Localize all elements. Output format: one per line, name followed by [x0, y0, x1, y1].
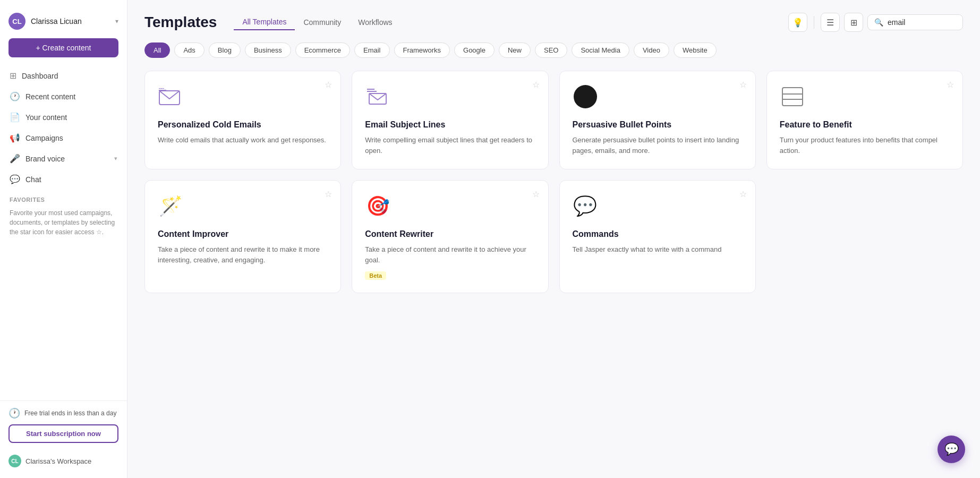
subscribe-button[interactable]: Start subscription now — [8, 424, 118, 443]
list-icon: ☰ — [826, 18, 834, 28]
tab-community[interactable]: Community — [295, 15, 350, 30]
chat-fab-button[interactable]: 💬 — [938, 436, 965, 463]
favorites-section-label: Favorites — [4, 190, 123, 205]
filter-row: All Ads Blog Business Ecommerce Email Fr… — [144, 42, 963, 58]
sidebar-item-label: Campaigns — [25, 134, 63, 142]
template-title: Commands — [573, 229, 743, 239]
workspace-row[interactable]: CL Clarissa's Workspace — [0, 449, 127, 470]
template-description: Take a piece of content and rewrite it t… — [365, 244, 535, 266]
favorite-star-icon[interactable]: ☆ — [325, 189, 332, 199]
tab-workflows[interactable]: Workflows — [350, 15, 400, 30]
sidebar-item-recent[interactable]: 🕐 Recent content — [4, 87, 123, 106]
template-card-feature-to-benefit[interactable]: ☆ Feature to Benefit Turn your product f… — [766, 71, 963, 169]
chat-bubble-icon: 💬 — [573, 195, 597, 217]
template-icon: 💬 — [573, 193, 598, 219]
template-title: Persuasive Bullet Points — [573, 120, 743, 130]
filter-new[interactable]: New — [499, 42, 531, 58]
workspace-name: Clarissa's Workspace — [25, 457, 91, 465]
sidebar-bottom: 🕐 Free trial ends in less than a day Sta… — [0, 400, 127, 449]
sidebar-item-label: Your content — [25, 113, 67, 122]
template-description: Take a piece of content and rewrite it t… — [158, 244, 328, 266]
chevron-down-icon: ▾ — [114, 155, 117, 162]
filter-seo[interactable]: SEO — [535, 42, 567, 58]
template-card-email-subject-lines[interactable]: ☆ Email Subject Lines Write compelling e… — [352, 71, 548, 169]
favorite-star-icon[interactable]: ☆ — [739, 80, 747, 90]
template-description: Generate persuasive bullet points to ins… — [573, 135, 743, 156]
templates-grid: ☆ Personalized Cold Emails Write cold em… — [144, 71, 963, 293]
filter-all[interactable]: All — [144, 42, 170, 58]
tab-all-templates[interactable]: All Templates — [234, 14, 295, 30]
sidebar-item-campaigns[interactable]: 📢 Campaigns — [4, 128, 123, 148]
brand-voice-icon: 🎤 — [10, 153, 20, 164]
trial-notice: 🕐 Free trial ends in less than a day — [8, 407, 118, 419]
favorite-star-icon[interactable]: ☆ — [532, 189, 540, 199]
campaigns-icon: 📢 — [10, 133, 20, 143]
filter-google[interactable]: Google — [454, 42, 495, 58]
beta-badge: Beta — [365, 271, 386, 280]
sidebar-item-label: Recent content — [25, 92, 75, 101]
main-content: Templates All Templates Community Workfl… — [127, 0, 980, 478]
filter-ads[interactable]: Ads — [174, 42, 204, 58]
template-card-commands[interactable]: ☆ 💬 Commands Tell Jasper exactly what to… — [559, 180, 756, 293]
grid-view-button[interactable]: ⊞ — [844, 13, 863, 32]
template-description: Tell Jasper exactly what to write with a… — [573, 244, 743, 255]
search-bar: 🔍 — [867, 14, 963, 30]
workspace-avatar: CL — [8, 455, 21, 467]
magic-wand-icon: 🪄 — [159, 195, 183, 217]
template-description: Write cold emails that actually work and… — [158, 135, 328, 146]
template-icon — [365, 84, 390, 109]
clock-icon: 🕐 — [10, 91, 20, 101]
target-icon: 🎯 — [366, 195, 390, 217]
filter-frameworks[interactable]: Frameworks — [394, 42, 450, 58]
filter-email[interactable]: Email — [354, 42, 390, 58]
favorite-star-icon[interactable]: ☆ — [739, 189, 747, 199]
page-title: Templates — [144, 14, 217, 31]
filter-blog[interactable]: Blog — [209, 42, 241, 58]
filter-website[interactable]: Website — [674, 42, 717, 58]
header-right: 💡 ☰ ⊞ 🔍 — [788, 13, 963, 32]
sidebar-nav: ⊞ Dashboard 🕐 Recent content 📄 Your cont… — [0, 66, 127, 400]
sidebar-item-label: Brand voice — [25, 155, 65, 163]
username: Clarissa Licuan — [31, 17, 110, 25]
template-icon — [573, 84, 598, 109]
sidebar-item-brand-voice[interactable]: 🎤 Brand voice ▾ — [4, 149, 123, 168]
template-title: Email Subject Lines — [365, 120, 535, 130]
search-input[interactable] — [888, 18, 951, 27]
user-menu[interactable]: CL Clarissa Licuan ▾ — [0, 8, 127, 38]
sidebar-item-your-content[interactable]: 📄 Your content — [4, 107, 123, 127]
template-card-persuasive-bullet-points[interactable]: ☆ Persuasive Bullet Points Generate pers… — [559, 71, 756, 169]
template-card-personalized-cold-emails[interactable]: ☆ Personalized Cold Emails Write cold em… — [144, 71, 341, 169]
template-title: Personalized Cold Emails — [158, 120, 328, 130]
sidebar-item-label: Chat — [25, 175, 41, 184]
template-title: Content Rewriter — [365, 229, 535, 239]
template-icon — [158, 84, 183, 109]
favorites-hint-text: Favorite your most used campaigns, docum… — [4, 205, 123, 241]
favorite-star-icon[interactable]: ☆ — [532, 80, 540, 90]
sidebar-item-dashboard[interactable]: ⊞ Dashboard — [4, 66, 123, 86]
template-card-content-rewriter[interactable]: ☆ 🎯 Content Rewriter Take a piece of con… — [352, 180, 548, 293]
avatar: CL — [8, 13, 25, 30]
clock-icon: 🕐 — [8, 407, 20, 419]
header-tabs: All Templates Community Workflows — [234, 14, 776, 30]
template-icon — [780, 84, 805, 109]
lightbulb-button[interactable]: 💡 — [788, 13, 807, 32]
favorite-star-icon[interactable]: ☆ — [325, 80, 332, 90]
create-content-button[interactable]: + Create content — [8, 38, 118, 57]
filter-social-media[interactable]: Social Media — [572, 42, 629, 58]
list-view-button[interactable]: ☰ — [821, 13, 840, 32]
svg-rect-6 — [782, 88, 803, 106]
filter-ecommerce[interactable]: Ecommerce — [295, 42, 350, 58]
divider — [814, 16, 814, 29]
trial-text: Free trial ends in less than a day — [24, 409, 116, 418]
sidebar-item-label: Dashboard — [22, 72, 58, 80]
template-description: Turn your product features into benefits… — [780, 135, 950, 156]
filter-video[interactable]: Video — [634, 42, 669, 58]
template-icon: 🎯 — [365, 193, 390, 219]
sidebar-item-chat[interactable]: 💬 Chat — [4, 169, 123, 189]
template-title: Content Improver — [158, 229, 328, 239]
chat-bubble-icon: 💬 — [944, 442, 959, 456]
template-card-content-improver[interactable]: ☆ 🪄 Content Improver Take a piece of con… — [144, 180, 341, 293]
template-title: Feature to Benefit — [780, 120, 950, 130]
filter-business[interactable]: Business — [245, 42, 291, 58]
favorite-star-icon[interactable]: ☆ — [947, 80, 954, 90]
